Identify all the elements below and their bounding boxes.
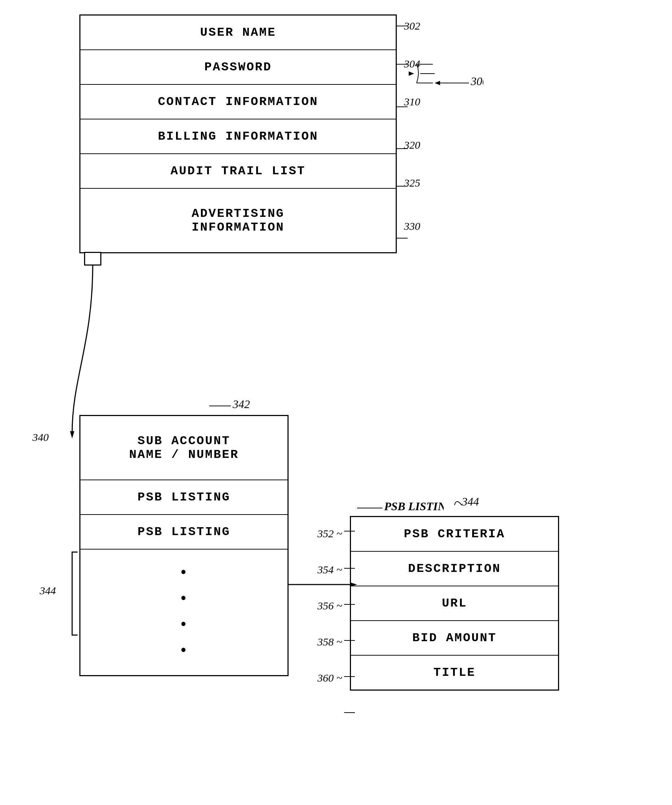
title-row: TITLE xyxy=(351,656,558,690)
ref-344-svg: 344 xyxy=(451,493,498,513)
description-row: DESCRIPTION xyxy=(351,552,558,586)
svg-text:342: 342 xyxy=(232,398,250,411)
box-300: USER NAME PASSWORD CONTACT INFORMATION B… xyxy=(79,15,397,253)
diagram: USER NAME PASSWORD CONTACT INFORMATION B… xyxy=(0,0,672,805)
ref-356: 356 ~ xyxy=(318,600,342,612)
audit-trail-label: AUDIT TRAIL LIST xyxy=(170,164,305,178)
svg-marker-12 xyxy=(70,431,74,439)
checkbox-icon xyxy=(84,252,102,266)
billing-info-row: BILLING INFORMATION xyxy=(80,120,396,154)
ref-360: 360 ~ xyxy=(318,672,342,684)
box-342: SUB ACCOUNTNAME / NUMBER PSB LISTING PSB… xyxy=(79,415,288,676)
svg-text:PSB LISTING: PSB LISTING xyxy=(384,500,444,513)
dot-4: • xyxy=(88,638,280,664)
psb-listing-1-row: PSB LISTING xyxy=(80,480,287,515)
box-344: PSB CRITERIA DESCRIPTION URL BID AMOUNT … xyxy=(350,516,559,691)
password-label: PASSWORD xyxy=(204,60,272,74)
url-label: URL xyxy=(442,596,467,610)
ref-320: 320 xyxy=(404,139,420,151)
billing-info-label: BILLING INFORMATION xyxy=(158,130,318,143)
contact-info-row: CONTACT INFORMATION xyxy=(80,85,396,120)
psb-listing-1-label: PSB LISTING xyxy=(138,490,230,504)
svg-marker-11 xyxy=(409,71,414,76)
bid-amount-label: BID AMOUNT xyxy=(412,631,497,645)
url-row: URL xyxy=(351,586,558,621)
psb-listing-2-row: PSB LISTING xyxy=(80,515,287,550)
ref-354: 354 ~ xyxy=(318,564,342,576)
svg-text:300: 300 xyxy=(470,75,484,88)
psb-criteria-label: PSB CRITERIA xyxy=(404,527,505,541)
ref-325: 325 xyxy=(404,177,420,189)
advertising-info-row: ADVERTISINGINFORMATION xyxy=(80,189,396,252)
ref-352: 352 ~ xyxy=(318,527,342,540)
audit-trail-row: AUDIT TRAIL LIST xyxy=(80,154,396,189)
ref-304: 304 xyxy=(404,58,420,70)
svg-text:344: 344 xyxy=(461,495,479,508)
ref-330: 330 xyxy=(404,220,420,232)
dot-3: • xyxy=(88,612,280,638)
sub-account-label: SUB ACCOUNTNAME / NUMBER xyxy=(129,434,239,462)
dot-1: • xyxy=(88,560,280,586)
ref-344-label: 344 xyxy=(451,493,498,515)
psb-criteria-row: PSB CRITERIA xyxy=(351,517,558,552)
ref-300: 300 xyxy=(433,72,484,96)
ref-300-arrow: 300 xyxy=(433,72,484,94)
password-row: PASSWORD xyxy=(80,50,396,85)
sub-account-row: SUB ACCOUNTNAME / NUMBER xyxy=(80,416,287,480)
dot-2: • xyxy=(88,586,280,612)
bid-amount-row: BID AMOUNT xyxy=(351,621,558,656)
ref-302: 302 xyxy=(404,20,420,32)
ref-358: 358 ~ xyxy=(318,636,342,648)
psb-listing-header-svg: PSB LISTING xyxy=(350,497,444,517)
contact-info-label: CONTACT INFORMATION xyxy=(158,95,318,108)
ref-342-arrow-svg: 342 xyxy=(202,395,252,417)
svg-marker-0 xyxy=(434,81,440,85)
ref-340-label: 340 xyxy=(33,431,49,444)
user-name-label: USER NAME xyxy=(200,26,276,39)
description-label: DESCRIPTION xyxy=(408,562,501,575)
dots-row: • • • • xyxy=(80,550,287,675)
user-name-row: USER NAME xyxy=(80,15,396,50)
ref-342-label: 342 xyxy=(202,395,252,419)
psb-listing-2-label: PSB LISTING xyxy=(138,525,230,539)
ref-344-left-label: 344 xyxy=(40,585,56,597)
title-label: TITLE xyxy=(433,666,475,679)
advertising-info-label: ADVERTISINGINFORMATION xyxy=(192,207,284,234)
ref-310: 310 xyxy=(404,95,420,108)
